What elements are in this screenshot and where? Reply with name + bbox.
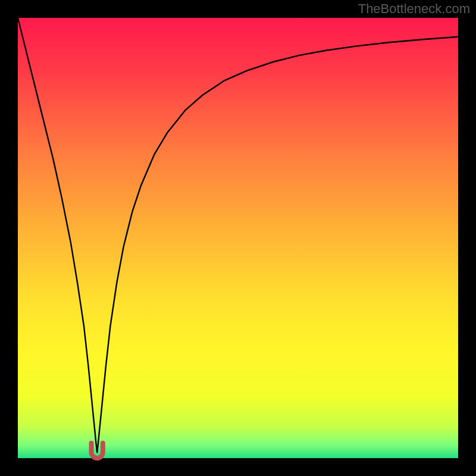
watermark-text: TheBottleneck.com xyxy=(358,1,470,17)
bottleneck-chart xyxy=(0,0,476,476)
plot-background xyxy=(18,18,458,458)
chart-frame: TheBottleneck.com xyxy=(0,0,476,476)
